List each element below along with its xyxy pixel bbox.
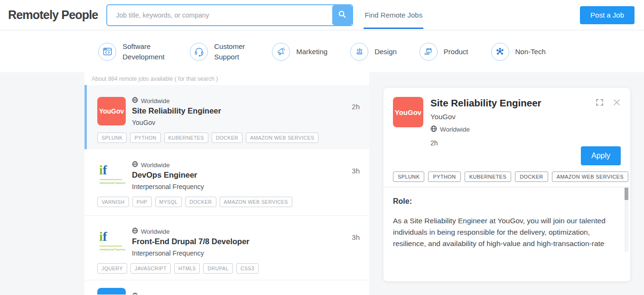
detail-header: YouGov Site Reliability Engineer YouGov … (383, 88, 630, 147)
globe-icon (430, 125, 437, 133)
category-customer-support[interactable]: Customer Support (190, 41, 249, 62)
main-content: About 884 remote jobs available ( for th… (0, 72, 644, 295)
role-body: As a Site Reliability Engineer at YouGov… (393, 215, 614, 250)
tag: DOCKER (212, 133, 243, 143)
tag: KUBERNETES (465, 171, 512, 182)
job-description[interactable]: Role: As a Site Reliability Engineer at … (383, 187, 630, 281)
job-location: Worldwide (141, 228, 169, 235)
company-logo-interpersonal-frequency: if Interpersonal Frequency (97, 161, 126, 190)
detail-age: 2h (430, 139, 541, 147)
page: Remotely People Find Remote Jobs Post a … (0, 0, 644, 295)
globe-icon (132, 97, 138, 105)
top-header: Remotely People Find Remote Jobs Post a … (0, 0, 644, 30)
tag: AMAZON WEB SERVICES (246, 133, 318, 143)
tag: PYTHON (428, 171, 460, 182)
apply-button[interactable]: Apply (581, 146, 621, 165)
search-input[interactable] (106, 4, 353, 26)
category-non-tech[interactable]: Non-Tech (491, 43, 546, 61)
job-card-partial[interactable] (84, 280, 369, 295)
company-logo-yougov: YouGov (97, 97, 126, 125)
design-brushes-icon (350, 43, 368, 61)
tag: PYTHON (130, 133, 160, 143)
job-location: Worldwide (141, 162, 169, 169)
tag: DOCKER (185, 197, 216, 207)
tag: HTML5 (174, 263, 200, 274)
expand-button[interactable] (595, 98, 604, 107)
tab-find-remote-jobs[interactable]: Find Remote Jobs (364, 0, 423, 30)
tag: DRUPAL (203, 263, 233, 274)
headset-icon (190, 43, 208, 61)
job-card-devops-engineer[interactable]: if Interpersonal Frequency Worldwide (84, 149, 369, 216)
category-marketing[interactable]: Marketing (272, 43, 327, 61)
job-company: YouGov (132, 119, 221, 126)
category-label: Design (374, 47, 397, 57)
tag: KUBERNETES (164, 133, 208, 143)
code-window-icon (98, 43, 116, 61)
category-software-development[interactable]: Software Development (98, 41, 167, 62)
expand-icon (595, 101, 604, 108)
category-label: Non-Tech (515, 47, 546, 57)
tag: CSS3 (236, 263, 259, 274)
tag: JQUERY (97, 263, 127, 274)
job-age: 2h (352, 103, 360, 126)
job-list: About 884 remote jobs available ( for th… (84, 72, 369, 295)
job-title: Site Reliability Engineer (132, 106, 221, 115)
detail-company: YouGov (430, 113, 541, 121)
category-label: Software Development (122, 41, 167, 62)
tag: MYSQL (155, 197, 182, 207)
job-age: 3h (352, 167, 360, 190)
category-label: Marketing (296, 47, 327, 57)
tag: VARNISH (97, 197, 129, 207)
job-detail-panel: YouGov Site Reliability Engineer YouGov … (383, 88, 630, 281)
globe-icon (132, 292, 138, 295)
detail-location: Worldwide (440, 126, 470, 133)
category-label: Product (444, 47, 468, 57)
company-logo-yougov: YouGov (393, 97, 423, 127)
results-count: About 884 remote jobs available ( for th… (84, 72, 369, 85)
job-tags: JQUERY JAVASCRIPT HTML5 DRUPAL CSS3 (84, 257, 369, 274)
product-box-icon (420, 43, 438, 61)
tag: DOCKER (515, 171, 548, 182)
role-heading: Role: (393, 197, 614, 206)
job-company: Interpersonal Frequency (132, 249, 250, 257)
tag: SPLUNK (97, 133, 127, 143)
job-card-front-end-drupal-developer[interactable]: if Interpersonal Frequency Worldwide (84, 216, 369, 280)
job-title: DevOps Engineer (132, 171, 204, 180)
detail-tags: SPLUNK PYTHON KUBERNETES DOCKER AMAZON W… (393, 171, 621, 182)
category-product[interactable]: Product (420, 43, 468, 61)
detail-job-title: Site Reliability Engineer (430, 97, 541, 109)
site-logo[interactable]: Remotely People (8, 8, 98, 22)
network-nodes-icon (491, 43, 509, 61)
search-bar (106, 4, 353, 26)
globe-icon (132, 228, 138, 235)
globe-icon (132, 161, 138, 169)
close-button[interactable] (612, 98, 621, 107)
job-age: 3h (352, 233, 360, 257)
company-logo (97, 288, 126, 295)
tag: AMAZON WEB SERVICES (552, 171, 628, 182)
megaphone-icon (272, 43, 290, 61)
job-title: Front-End Drupal 7/8 Developer (132, 237, 250, 246)
category-label: Customer Support (214, 41, 249, 62)
search-button[interactable] (332, 5, 352, 25)
tag: AMAZON WEB SERVICES (220, 197, 292, 207)
active-tab-underline (364, 28, 423, 29)
job-card-site-reliability-engineer[interactable]: YouGov Worldwide Site Reliability Engine… (84, 85, 369, 149)
search-icon (337, 9, 347, 21)
job-location: Worldwide (141, 97, 169, 105)
scrollbar-thumb[interactable] (625, 188, 628, 200)
job-company: Interpersonal Frequency (132, 183, 204, 190)
post-a-job-button[interactable]: Post a Job (580, 6, 635, 24)
job-tags: SPLUNK PYTHON KUBERNETES DOCKER AMAZON W… (87, 126, 369, 143)
job-tags: VARNISH PHP MYSQL DOCKER AMAZON WEB SERV… (84, 190, 369, 207)
category-design[interactable]: Design (350, 43, 397, 61)
close-icon (612, 101, 621, 108)
company-logo-interpersonal-frequency: if Interpersonal Frequency (97, 228, 126, 256)
category-bar: Software Development Customer Support (0, 31, 644, 72)
tag: SPLUNK (393, 171, 424, 182)
tag: PHP (132, 197, 152, 207)
tag: JAVASCRIPT (131, 263, 171, 274)
tab-label: Find Remote Jobs (364, 11, 422, 19)
